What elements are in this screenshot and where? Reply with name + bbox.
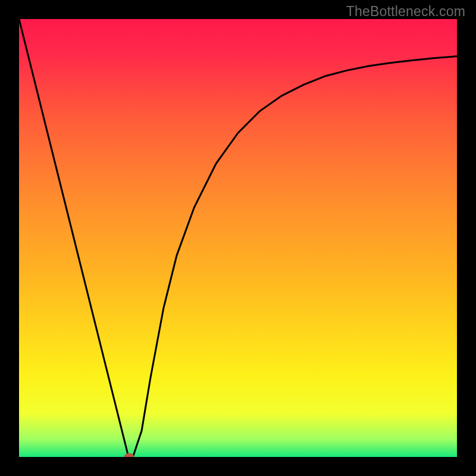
- optimum-marker: [124, 453, 134, 458]
- chart-frame: TheBottleneck.com: [0, 0, 476, 476]
- watermark-text: TheBottleneck.com: [346, 4, 465, 20]
- bottleneck-curve: [19, 19, 457, 457]
- plot-area: [19, 19, 457, 457]
